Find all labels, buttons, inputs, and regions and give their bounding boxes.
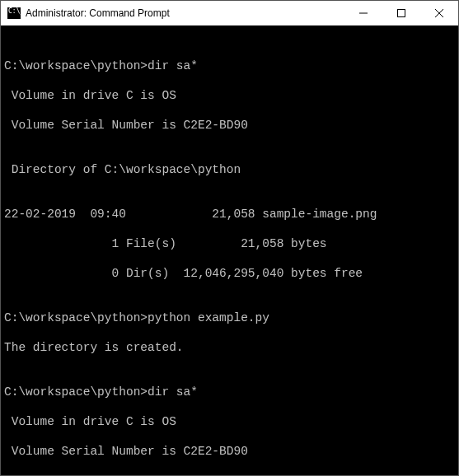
terminal-line: 22-02-2019 09:40 21,058 sample-image.png <box>4 207 458 222</box>
close-icon <box>435 9 443 17</box>
terminal-line: 1 File(s) 21,058 bytes <box>4 236 458 251</box>
terminal-line: The directory is created. <box>4 340 458 355</box>
window-controls <box>344 1 458 25</box>
terminal-line: Directory of C:\workspace\python <box>4 162 458 177</box>
terminal-line: Volume in drive C is OS <box>4 414 458 429</box>
terminal-line: Volume in drive C is OS <box>4 88 458 103</box>
titlebar[interactable]: Administrator: Command Prompt <box>1 1 458 26</box>
terminal-line: Volume Serial Number is C2E2-BD90 <box>4 118 458 133</box>
terminal-output[interactable]: C:\workspace\python>dir sa* Volume in dr… <box>1 26 458 475</box>
terminal-line: C:\workspace\python>dir sa* <box>4 385 458 399</box>
close-button[interactable] <box>420 1 458 25</box>
cmd-icon <box>7 7 21 19</box>
window-title: Administrator: Command Prompt <box>26 7 344 19</box>
terminal-line: Volume Serial Number is C2E2-BD90 <box>4 444 458 459</box>
terminal-line: C:\workspace\python>dir sa* <box>4 58 458 73</box>
minimize-button[interactable] <box>344 1 382 25</box>
maximize-button[interactable] <box>382 1 420 25</box>
minimize-icon <box>359 9 368 17</box>
terminal-line: 0 Dir(s) 12,046,295,040 bytes free <box>4 266 458 281</box>
maximize-icon <box>397 9 405 17</box>
svg-rect-1 <box>398 9 405 16</box>
terminal-line: C:\workspace\python>python example.py <box>4 310 458 325</box>
